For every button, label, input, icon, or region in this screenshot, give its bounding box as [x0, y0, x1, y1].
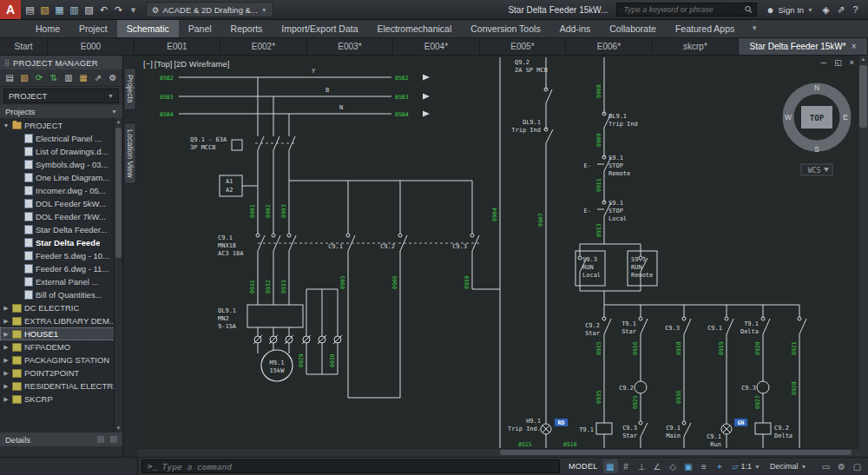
side-tab-location-view[interactable]: Location View — [125, 122, 136, 185]
expand-icon[interactable]: ▶ — [3, 357, 10, 364]
sign-in-button[interactable]: ☻ Sign In ▼ — [766, 5, 813, 15]
drawing-item-feeder-6-dwg-11[interactable]: Feeder 6.dwg - 11... — [0, 262, 115, 275]
project-item-house1[interactable]: ▶HOUSE1 — [0, 327, 115, 340]
file-tab-e004[interactable]: E004* — [393, 38, 480, 55]
viewport-control-0[interactable]: [−] — [143, 59, 153, 69]
update-retag-icon[interactable]: ⇅ — [48, 73, 60, 82]
compass-north[interactable]: N — [814, 83, 819, 92]
export-icon[interactable]: ⇗ — [92, 73, 104, 82]
drawing-item-star-delta-feeder[interactable]: Star Delta Feeder... — [0, 223, 115, 236]
file-tab-skcrp[interactable]: skcrp* — [653, 38, 740, 55]
project-new-icon[interactable]: ▤ — [3, 73, 16, 82]
model-space-button[interactable]: MODEL — [569, 462, 598, 471]
compass-west[interactable]: W — [785, 113, 792, 122]
scroll-up-icon[interactable]: ▲ — [115, 118, 122, 126]
drawing-item-feeder-5-dwg-10[interactable]: Feeder 5.dwg - 10... — [0, 249, 115, 262]
lineweight-icon[interactable]: ≡ — [697, 459, 712, 473]
drawing-canvas[interactable]: Q9.1 - 63A3P MCCBA1A2C9.1MNX18AC3 18AC9.… — [138, 56, 868, 457]
compass-south[interactable]: S — [814, 145, 819, 154]
snap-icon[interactable]: # — [619, 459, 634, 473]
ribbon-tab-add-ins[interactable]: Add-ins — [550, 20, 601, 37]
ribbon-tab-electromechanical[interactable]: Electromechanical — [367, 20, 461, 37]
drawing-item-bill-of-quantities[interactable]: Bill of Quantities... — [0, 288, 115, 301]
redo-icon[interactable]: ↷ — [111, 4, 126, 16]
annotation-visibility-icon[interactable]: ▭ — [819, 459, 833, 473]
scroll-down-icon[interactable]: ▼ — [115, 425, 122, 432]
project-item-skcrp[interactable]: ▶SKCRP — [0, 393, 115, 406]
clean-screen-icon[interactable]: ▢ — [850, 459, 865, 473]
save-icon[interactable]: ▦ — [52, 4, 67, 16]
drawing-item-dol-feeder-5kw[interactable]: DOL Feeder 5kW... — [0, 197, 115, 210]
command-line[interactable]: >_ Type a command — [141, 459, 560, 473]
ribbon-tab-project[interactable]: Project — [69, 20, 117, 37]
tree-scrollbar[interactable]: ▲ ▼ — [114, 118, 122, 432]
new-file-icon[interactable]: ▤ — [23, 4, 37, 16]
expand-icon[interactable]: ▶ — [3, 305, 10, 312]
ribbon-tab-collaborate[interactable]: Collaborate — [600, 20, 666, 37]
project-manager-header[interactable]: ⣿ PROJECT MANAGER — [0, 56, 122, 69]
settings-icon[interactable]: ⚙ — [107, 73, 119, 82]
horizontal-scrollbar[interactable] — [138, 448, 858, 457]
open-file-icon[interactable]: ▧ — [37, 4, 52, 16]
file-tab-star-delta-feeder-15kw[interactable]: Star Delta Feeder 15kW*× — [739, 38, 868, 55]
wcs-label[interactable]: WCS — [808, 167, 821, 175]
close-tab-icon[interactable]: × — [852, 42, 857, 51]
drawing-item-one-line-diagram[interactable]: One Line Diagram... — [0, 171, 115, 184]
drawing-item-star-delta-feede[interactable]: Star Delta Feede — [0, 236, 115, 249]
file-tab-e000[interactable]: E000 — [48, 38, 135, 55]
ribbon-tab-panel[interactable]: Panel — [179, 20, 221, 37]
ribbon-minimize-icon[interactable]: ▼ — [744, 20, 765, 37]
viewcube-top-label[interactable]: TOP — [810, 114, 825, 122]
minimize-drawing-icon[interactable]: ─ — [821, 58, 826, 67]
file-tab-e006[interactable]: E006* — [566, 38, 653, 55]
scroll-up-icon[interactable]: ▲ — [858, 56, 868, 63]
save-as-icon[interactable]: ▥ — [67, 4, 82, 16]
search-icon[interactable] — [745, 5, 753, 14]
file-tab-start[interactable]: Start — [0, 38, 48, 55]
projects-section-header[interactable]: Projects ▼ — [0, 105, 122, 118]
vscroll-thumb[interactable] — [859, 65, 867, 128]
close-drawing-icon[interactable]: × — [850, 58, 854, 67]
annotation-scale-control[interactable]: ▱ 1:1 ▼ — [728, 462, 765, 471]
project-item-project[interactable]: ▼PROJECT — [0, 119, 115, 132]
drawing-item-list-of-drawings-d[interactable]: List of Drawings.d... — [0, 145, 115, 158]
collapse-icon[interactable]: ▼ — [3, 122, 10, 129]
ortho-icon[interactable]: ⊥ — [635, 459, 649, 473]
search-box[interactable] — [616, 3, 757, 16]
compass-east[interactable]: E — [843, 113, 848, 122]
plot-icon[interactable]: ▨ — [82, 4, 96, 16]
expand-icon[interactable]: ▶ — [3, 344, 10, 351]
hscroll-thumb[interactable] — [500, 450, 852, 455]
project-item-extra-library-dem[interactable]: ▶EXTRA LIBRARY DEM... — [0, 314, 115, 327]
drawing-item-electrical-panel[interactable]: Electrical Panel ... — [0, 132, 115, 145]
plot-publish-icon[interactable]: ▥ — [62, 73, 75, 82]
drawing-item-dol-feeder-7kw[interactable]: DOL Feeder 7kW... — [0, 210, 115, 223]
viewport-control-1[interactable]: [Top] — [155, 59, 173, 69]
drawing-item-incomer-dwg-05[interactable]: Incomer.dwg - 05... — [0, 184, 115, 197]
dynamic-input-icon[interactable]: + — [713, 459, 727, 473]
expand-icon[interactable]: ▶ — [3, 383, 10, 390]
side-tab-projects[interactable]: Projects — [125, 68, 136, 110]
share-icon[interactable]: ⇗ — [833, 4, 848, 16]
app-store-icon[interactable]: ◈ — [819, 4, 833, 16]
ribbon-tab-home[interactable]: Home — [26, 20, 69, 37]
project-item-point2point[interactable]: ▶POINT2POINT — [0, 366, 115, 379]
project-item-nfpademo[interactable]: ▶NFPADEMO — [0, 340, 115, 353]
ribbon-tab-import-export-data[interactable]: Import/Export Data — [272, 20, 367, 37]
project-open-icon[interactable]: ▧ — [18, 73, 30, 82]
file-tab-e002[interactable]: E002* — [220, 38, 307, 55]
undo-icon[interactable]: ↶ — [96, 4, 111, 16]
autocad-logo-icon[interactable]: A — [0, 0, 21, 19]
zip-project-icon[interactable]: ▦ — [77, 73, 89, 82]
qat-dropdown-icon[interactable]: ▾ — [126, 4, 141, 16]
file-tab-e005[interactable]: E005* — [480, 38, 567, 55]
details-section[interactable]: Details — [0, 432, 122, 446]
expand-icon[interactable]: ▶ — [3, 396, 10, 403]
units-control[interactable]: Decimal ▼ — [766, 462, 811, 471]
refresh-icon[interactable]: ⟳ — [33, 73, 45, 82]
drawing-item-external-panel[interactable]: External Panel ... — [0, 275, 115, 288]
ribbon-tab-conversion-tools[interactable]: Conversion Tools — [461, 20, 549, 37]
workspace-selector[interactable]: ⚙ ACADE & 2D Drafting &... ▼ — [146, 2, 273, 17]
restore-drawing-icon[interactable]: ◱ — [834, 58, 842, 67]
project-item-packaging-station[interactable]: ▶PACKAGING STATION — [0, 353, 115, 366]
